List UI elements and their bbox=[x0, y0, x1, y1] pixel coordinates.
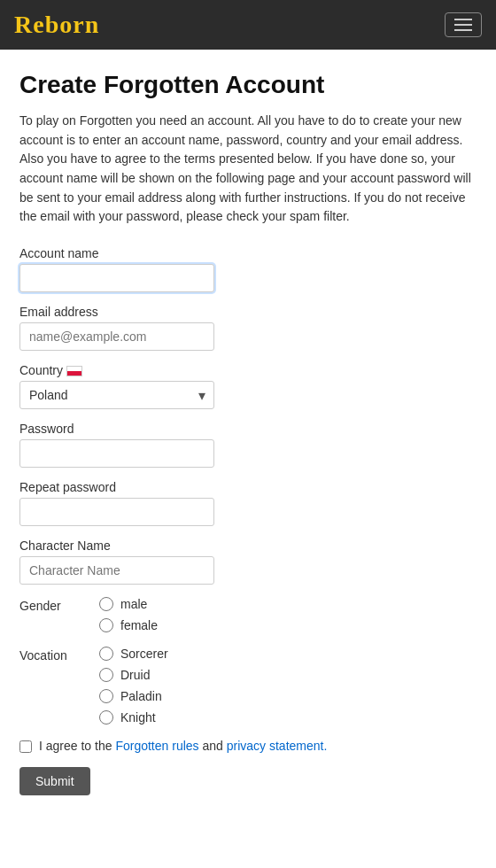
account-name-input[interactable] bbox=[19, 264, 214, 292]
poland-flag-icon bbox=[66, 366, 82, 376]
vocation-options: Sorcerer Druid Paladin Knight bbox=[99, 647, 168, 725]
hamburger-button[interactable] bbox=[445, 12, 482, 37]
country-select[interactable]: Poland Germany France United Kingdom Uni… bbox=[19, 381, 214, 409]
gender-male-radio[interactable] bbox=[99, 597, 113, 611]
main-content: Create Forgotten Account To play on Forg… bbox=[0, 50, 496, 817]
password-group: Password bbox=[19, 422, 477, 468]
gender-group: Gender male female bbox=[19, 597, 477, 632]
email-group: Email address bbox=[19, 305, 477, 351]
gender-label: Gender bbox=[19, 597, 99, 613]
hamburger-line-1 bbox=[454, 19, 472, 20]
agreement-checkbox[interactable] bbox=[19, 740, 32, 753]
agreement-text: I agree to the Forgotten rules and priva… bbox=[39, 739, 327, 753]
hamburger-line-2 bbox=[454, 24, 472, 26]
brand-name: Reborn bbox=[14, 11, 99, 38]
vocation-paladin-option[interactable]: Paladin bbox=[99, 689, 168, 703]
vocation-paladin-label: Paladin bbox=[120, 689, 162, 703]
navbar: Reborn bbox=[0, 0, 496, 50]
password-input[interactable] bbox=[19, 439, 214, 468]
page-description: To play on Forgotten you need an account… bbox=[19, 112, 477, 227]
country-label-text: Country bbox=[19, 363, 63, 377]
password-label: Password bbox=[19, 422, 477, 436]
vocation-sorcerer-option[interactable]: Sorcerer bbox=[99, 647, 168, 661]
brand-logo: Reborn bbox=[14, 11, 99, 39]
gender-male-label: male bbox=[120, 597, 147, 611]
vocation-label: Vocation bbox=[19, 647, 99, 663]
email-input[interactable] bbox=[19, 322, 214, 351]
vocation-druid-label: Druid bbox=[120, 668, 150, 682]
hamburger-line-3 bbox=[454, 29, 472, 31]
page-title: Create Forgotten Account bbox=[19, 71, 477, 99]
create-account-form: Account name Email address Country Polan… bbox=[19, 246, 477, 795]
vocation-druid-radio[interactable] bbox=[99, 668, 113, 682]
vocation-sorcerer-radio[interactable] bbox=[99, 647, 113, 661]
gender-options: male female bbox=[99, 597, 158, 632]
gender-female-option[interactable]: female bbox=[99, 618, 158, 632]
privacy-statement-link[interactable]: privacy statement. bbox=[227, 739, 328, 753]
vocation-knight-radio[interactable] bbox=[99, 710, 113, 725]
vocation-druid-option[interactable]: Druid bbox=[99, 668, 168, 682]
account-name-label: Account name bbox=[19, 246, 477, 260]
country-select-wrapper: Poland Germany France United Kingdom Uni… bbox=[19, 381, 214, 409]
forgotten-rules-link[interactable]: Forgotten rules bbox=[115, 739, 198, 753]
vocation-paladin-radio[interactable] bbox=[99, 689, 113, 703]
gender-female-radio[interactable] bbox=[99, 618, 113, 632]
agreement-prefix: I agree to the bbox=[39, 739, 115, 753]
repeat-password-label: Repeat password bbox=[19, 480, 477, 494]
character-name-group: Character Name bbox=[19, 539, 477, 585]
account-name-group: Account name bbox=[19, 246, 477, 292]
agreement-middle: and bbox=[199, 739, 227, 753]
character-name-label: Character Name bbox=[19, 539, 477, 553]
repeat-password-group: Repeat password bbox=[19, 480, 477, 526]
gender-male-option[interactable]: male bbox=[99, 597, 158, 611]
gender-female-label: female bbox=[120, 618, 158, 632]
vocation-sorcerer-label: Sorcerer bbox=[120, 647, 168, 661]
character-name-input[interactable] bbox=[19, 556, 214, 585]
submit-button[interactable]: Submit bbox=[19, 767, 90, 795]
agreement-row: I agree to the Forgotten rules and priva… bbox=[19, 739, 477, 753]
vocation-knight-label: Knight bbox=[120, 710, 156, 725]
repeat-password-input[interactable] bbox=[19, 498, 214, 526]
vocation-group: Vocation Sorcerer Druid Paladin Knight bbox=[19, 647, 477, 725]
email-label: Email address bbox=[19, 305, 477, 319]
vocation-knight-option[interactable]: Knight bbox=[99, 710, 168, 725]
country-label: Country bbox=[19, 363, 477, 377]
country-group: Country Poland Germany France United Kin… bbox=[19, 363, 477, 409]
